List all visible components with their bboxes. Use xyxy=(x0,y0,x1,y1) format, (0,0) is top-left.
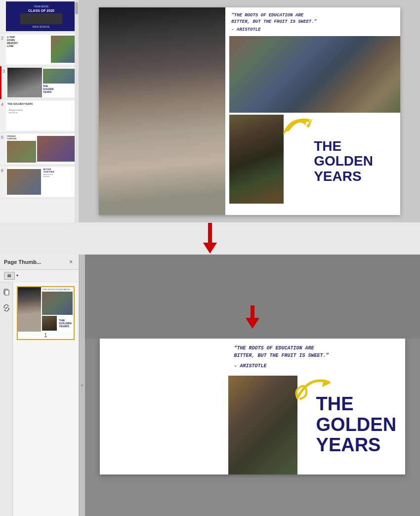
panel-close-button[interactable]: × xyxy=(67,258,75,266)
quote-text: “The roots of education are bitter, but … xyxy=(225,7,400,36)
sidebar-num-5: 5 xyxy=(1,135,6,164)
gray-top-area xyxy=(85,255,420,339)
sidebar-num-1 xyxy=(1,2,6,31)
scrollbar-track[interactable] xyxy=(75,0,79,222)
arrow-tip-bottom xyxy=(246,305,259,329)
page-spread-top: “The roots of education are bitter, but … xyxy=(99,7,400,215)
sidebar-thumb-3: THEGOLDENYEARS xyxy=(7,68,77,97)
panel-title: Page Thumb... xyxy=(4,259,41,265)
sidebar-item-3[interactable]: 3 THEGOLDENYEARS xyxy=(0,66,79,99)
page-right: “The roots of education are bitter, but … xyxy=(225,7,400,215)
page-content: “The roots of education are bitter, but … xyxy=(99,7,400,215)
library-photo xyxy=(229,115,284,204)
bottom-half: Page Thumb... × ▤ ▾ xyxy=(0,255,420,516)
thumbnail-page-1[interactable]: "THE ROOTS OF EDUCATION..." THEGOLDENYEA… xyxy=(17,286,75,340)
sidebar-num-2: 2 xyxy=(1,36,6,64)
sidebar-num-3: 3 xyxy=(2,69,7,97)
link-icon[interactable] xyxy=(1,303,11,313)
thumb-page-number: 1 xyxy=(18,332,74,339)
bottom-page-right: “The roots of education are bitter, but … xyxy=(228,339,405,474)
sidebar-item-4[interactable]: 4 THE GOLDEN YEARS Arising remarksand so… xyxy=(0,99,79,132)
collapse-panel-button[interactable]: ‹ xyxy=(79,255,85,516)
golden-years-title: THE GOLDEN YEARS xyxy=(292,139,373,184)
red-arrow xyxy=(203,223,217,254)
bottom-title-section: THE GOLDEN YEARS xyxy=(301,376,401,474)
main-canvas-top: “The roots of education are bitter, but … xyxy=(79,0,420,222)
thumb-grid: "THE ROOTS OF EDUCATION..." THEGOLDENYEA… xyxy=(13,282,79,516)
page-left xyxy=(99,7,225,215)
sidebar-thumb-2: A TRIPDOWNMEMORYLANE xyxy=(6,35,77,64)
divider-section xyxy=(0,222,420,255)
title-section: THE GOLDEN YEARS xyxy=(287,115,400,204)
bottom-page-content: “The roots of education are bitter, but … xyxy=(100,339,405,474)
sidebar-item-1[interactable]: YEAR BOOK CLASS OF 2020 HIGH SCHOOL xyxy=(0,0,79,33)
pages-icon[interactable] xyxy=(1,287,11,297)
sidebar-num-4: 4 xyxy=(1,102,6,130)
sidebar-bottom: Page Thumb... × ▤ ▾ xyxy=(0,255,79,516)
bottom-arrow-decoration xyxy=(292,373,341,405)
red-arrow-head xyxy=(203,243,217,254)
main-canvas-bottom: or Python... “The roots of education are… xyxy=(85,255,420,516)
left-icons-strip xyxy=(0,282,13,516)
page-spread-bottom: “The roots of education are bitter, but … xyxy=(100,339,405,474)
panel-header: Page Thumb... × xyxy=(0,255,79,270)
sidebar-item-6[interactable]: 6 BETTERTOGETHER some text hereand more xyxy=(0,166,79,199)
panel-toolbar: ▤ ▾ xyxy=(0,270,79,282)
sidebar-thumb-4: THE GOLDEN YEARS Arising remarksand so o… xyxy=(6,101,77,130)
bottom-row-photos: THE GOLDEN YEARS xyxy=(228,376,401,474)
bottom-library-photo xyxy=(228,376,297,474)
sidebar-thumb-5: FRIENDSFOREVER xyxy=(6,134,77,164)
sidebar-item-2[interactable]: 2 A TRIPDOWNMEMORYLANE xyxy=(0,33,79,66)
red-arrow-shaft xyxy=(208,223,212,243)
thumb-panel-content: "THE ROOTS OF EDUCATION..." THEGOLDENYEA… xyxy=(0,282,79,516)
bottom-page-wrapper: or Python... “The roots of education are… xyxy=(92,339,413,511)
scrollbar-thumb[interactable] xyxy=(75,2,78,14)
toolbar-grid-icon[interactable]: ▤ xyxy=(4,272,15,280)
top-half: YEAR BOOK CLASS OF 2020 HIGH SCHOOL 2 A … xyxy=(0,0,420,222)
group-photo-top xyxy=(229,36,400,113)
bottom-row: THE GOLDEN YEARS xyxy=(225,115,400,204)
sidebar-thumb-6: BETTERTOGETHER some text hereand more xyxy=(6,167,77,197)
svg-rect-1 xyxy=(5,290,9,295)
arrow-decoration xyxy=(279,112,319,139)
sidebar-top-inner: YEAR BOOK CLASS OF 2020 HIGH SCHOOL 2 A … xyxy=(0,0,79,222)
grad-photo xyxy=(99,7,225,215)
sidebar-thumb-1: YEAR BOOK CLASS OF 2020 HIGH SCHOOL xyxy=(6,1,77,31)
bottom-quote: “The roots of education are bitter, but … xyxy=(228,339,405,374)
sidebar-item-5[interactable]: 5 FRIENDSFOREVER xyxy=(0,132,79,166)
sidebar-top: YEAR BOOK CLASS OF 2020 HIGH SCHOOL 2 A … xyxy=(0,0,79,222)
toolbar-dropdown[interactable]: ▾ xyxy=(16,273,18,278)
sidebar-num-6: 6 xyxy=(1,168,6,197)
